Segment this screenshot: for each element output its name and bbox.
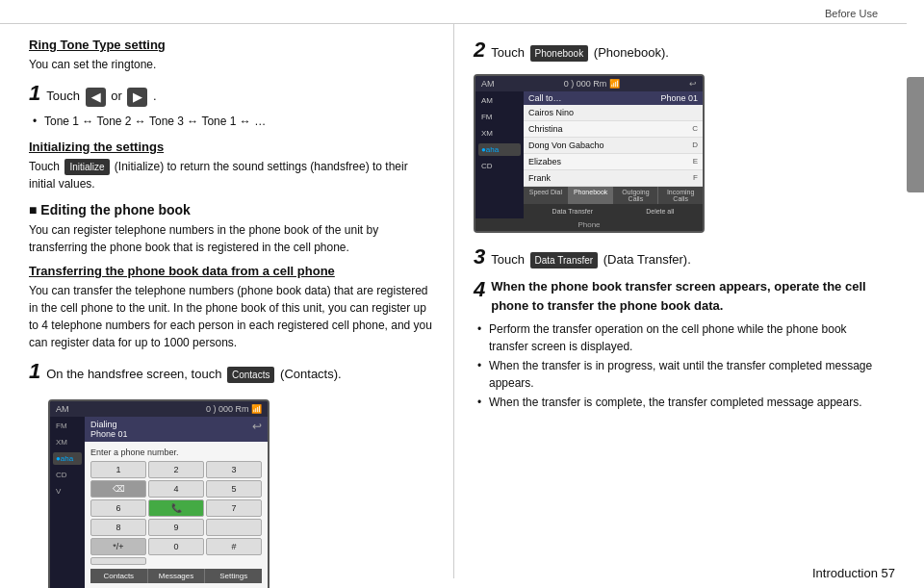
ps2-data-transfer-btn[interactable]: Data Transfer — [547, 206, 599, 217]
step3-text2: (Data Transfer). — [603, 252, 691, 267]
key-6[interactable]: 6 — [90, 499, 146, 517]
page-footer: Introduction 57 — [812, 566, 895, 580]
editing-body: You can register telephone numbers in th… — [29, 221, 434, 256]
contact-christina[interactable]: Christina C — [524, 121, 703, 138]
key-clear[interactable]: ⌫ — [90, 480, 146, 498]
step2-line: 2 Touch Phonebook (Phonebook). — [474, 38, 878, 63]
initialize-btn[interactable]: Initialize — [64, 159, 109, 175]
ps1-settings-btn[interactable]: Settings — [205, 569, 262, 583]
ps2-delete-all-btn[interactable]: Delete all — [640, 206, 680, 217]
contact-name-4: Elizabes — [528, 157, 561, 166]
ps2-tab-bar: Speed Dial Phonebook Outgoing Calls Inco… — [524, 187, 703, 204]
ps2-aha-item: ●aha — [478, 143, 521, 156]
left-arrow-btn[interactable]: ◀ — [86, 88, 106, 107]
key-0[interactable]: 0 — [148, 538, 204, 555]
page-header: Before Use — [0, 0, 907, 24]
step1-text: Touch — [46, 89, 80, 103]
letter-f: F — [693, 173, 698, 183]
contact-cairos[interactable]: Cairos Nino — [524, 105, 703, 121]
key-1[interactable]: 1 — [90, 461, 146, 478]
screen1-wrapper: AM 0 ) 000 Rm 📶 FM XM ●aha CD V — [29, 390, 434, 588]
key-star[interactable]: */+ — [90, 538, 146, 555]
ps1-dialing: DialingPhone 01 — [90, 420, 128, 439]
step4-line: 4 When the phone book transfer screen ap… — [474, 277, 878, 315]
contact-name-2: Christina — [528, 124, 563, 134]
ps2-fm-item: FM — [478, 111, 521, 123]
ps2-phone-name: Phone 01 — [660, 93, 698, 103]
ps1-bottom-bar: Contacts Messages Settings — [90, 569, 262, 583]
right-arrow-btn[interactable]: ▶ — [127, 88, 147, 107]
ps1-back-icon[interactable]: ↩ — [252, 420, 262, 439]
ps2-bottom-bar: Data Transfer Delete all — [524, 204, 703, 218]
phonebook-btn[interactable]: Phonebook — [530, 45, 589, 62]
key-empty2 — [90, 557, 146, 565]
contact-name-3: Dong Von Gabacho — [528, 141, 604, 150]
ps2-contacts-list: Cairos Nino Christina C Dong Von Gabacho… — [524, 105, 703, 187]
contact-dong[interactable]: Dong Von Gabacho D — [524, 138, 703, 154]
key-2[interactable]: 2 — [148, 461, 204, 478]
ps2-layout: AM FM XM ●aha CD Call to… Phone 01 — [475, 91, 703, 218]
ps1-messages-btn[interactable]: Messages — [148, 569, 206, 583]
letter-d: D — [692, 141, 698, 150]
editing-title: Editing the phone book — [29, 202, 434, 217]
ring-tone-title: Ring Tone Type setting — [29, 38, 434, 52]
ps2-am-item: AM — [478, 94, 521, 107]
step2-text: Touch — [491, 45, 525, 60]
ps2-left-bar: AM FM XM ●aha CD — [475, 91, 524, 218]
phone-screen-2: AM 0 ) 000 Rm 📶 ↩ AM FM XM ●aha CD — [474, 74, 705, 233]
step3-text: Touch — [491, 252, 525, 267]
right-bullet-1: Perform the transfer operation on the ce… — [474, 320, 878, 355]
right-column: 2 Touch Phonebook (Phonebook). AM 0 ) 00… — [453, 24, 878, 578]
ps2-icons: 0 ) 000 Rm 📶 — [564, 79, 620, 89]
key-empty — [206, 519, 262, 536]
init-title: Initializing the settings — [29, 140, 434, 154]
ps1-keypad: 1 2 3 ⌫ 4 5 6 📞 7 8 9 — [90, 461, 262, 565]
ps1-header-icons: 0 ) 000 Rm 📶 — [206, 404, 262, 414]
init-body-pre: Touch — [29, 160, 60, 173]
ps2-xm-item: XM — [478, 127, 521, 140]
contact-name-5: Frank — [528, 173, 551, 183]
transfer-title: Transferring the phone book data from a … — [29, 264, 434, 278]
tab-phonebook[interactable]: Phonebook — [569, 187, 614, 204]
step2-text2: (Phonebook). — [594, 45, 669, 60]
step1-line: 1 Touch ◀ or ▶ . — [29, 81, 434, 107]
right-bullet-3: When the transfer is complete, the trans… — [474, 394, 878, 411]
contacts-btn[interactable]: Contacts — [227, 367, 274, 383]
ps2-top-bar: AM 0 ) 000 Rm 📶 ↩ — [475, 76, 703, 91]
contact-elizabes[interactable]: Elizabes E — [524, 154, 703, 170]
ps1-left-bar: FM XM ●aha CD V — [50, 417, 85, 588]
contact-name-1: Cairos Nino — [528, 108, 574, 117]
step3-number: 3 — [474, 244, 485, 269]
phone-screen-1: AM 0 ) 000 Rm 📶 FM XM ●aha CD V — [48, 399, 270, 588]
step1b-text: On the handsfree screen, touch — [46, 367, 221, 381]
ps1-xm: XM — [53, 436, 82, 448]
key-8[interactable]: 8 — [90, 519, 146, 536]
key-9[interactable]: 9 — [148, 519, 204, 536]
tab-incoming[interactable]: Incoming Calls — [658, 187, 703, 204]
ps2-call-header: Call to… Phone 01 — [524, 91, 703, 105]
tab-speed-dial[interactable]: Speed Dial — [524, 187, 569, 204]
ps2-back[interactable]: ↩ — [689, 79, 697, 89]
step1b-number: 1 — [29, 359, 40, 384]
ps1-aha: ●aha — [53, 452, 82, 465]
key-7[interactable]: 7 — [206, 499, 262, 517]
right-bullet-2: When the transfer is in progress, wait u… — [474, 357, 878, 392]
key-3[interactable]: 3 — [206, 461, 262, 478]
key-5[interactable]: 5 — [206, 480, 262, 498]
tone-bullet: Tone 1 ↔ Tone 2 ↔ Tone 3 ↔ Tone 1 ↔ … — [29, 113, 434, 130]
key-hash[interactable]: # — [206, 538, 262, 555]
data-transfer-btn[interactable]: Data Transfer — [530, 252, 599, 268]
ring-tone-body: You can set the ringtone. — [29, 56, 434, 73]
ps1-main: DialingPhone 01 ↩ Enter a phone number. … — [85, 417, 268, 588]
letter-e: E — [693, 157, 698, 166]
footer-text: Introduction 57 — [812, 566, 895, 580]
key-call[interactable]: 📞 — [148, 499, 204, 517]
ps1-cd: CD — [53, 469, 82, 481]
transfer-body: You can transfer the telephone numbers (… — [29, 282, 434, 351]
ps1-body-layout: FM XM ●aha CD V DialingPhone 01 ↩ Ente — [50, 417, 268, 588]
tab-outgoing[interactable]: Outgoing Calls — [613, 187, 658, 204]
key-4[interactable]: 4 — [148, 480, 204, 498]
ps1-contacts-btn[interactable]: Contacts — [90, 569, 148, 583]
contact-frank[interactable]: Frank F — [524, 170, 703, 187]
step2-number: 2 — [474, 38, 485, 63]
